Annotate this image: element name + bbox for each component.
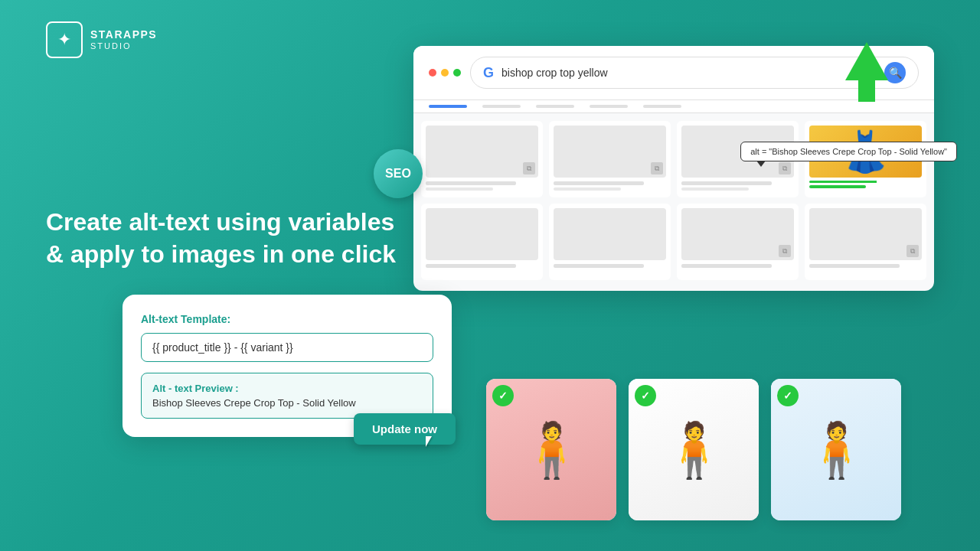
image-placeholder-1: ⧉ (426, 126, 538, 178)
hero-headline: Create alt-text using variables & apply … (46, 207, 413, 270)
tab-images[interactable] (482, 105, 521, 108)
seo-badge: SEO (374, 149, 423, 198)
image-line2-3 (681, 187, 749, 191)
preview-box: Alt - text Preview : Bishop Sleeves Crep… (141, 373, 433, 419)
check-badge-3: ✓ (777, 385, 799, 406)
image-card-7: ⧉ (677, 204, 799, 280)
image-placeholder-7: ⧉ (681, 208, 794, 260)
google-image-grid: ⧉ ⧉ ⧉ 👗 (413, 113, 934, 288)
logo-name2: STUDIO (90, 41, 157, 51)
image-line2-2 (554, 187, 621, 191)
image-placeholder-6 (554, 208, 666, 260)
image-placeholder-2: ⧉ (554, 126, 666, 178)
tab-shopping[interactable] (536, 105, 574, 108)
featured-underline (809, 181, 922, 183)
check-badge-2: ✓ (635, 385, 656, 406)
tab-news[interactable] (590, 105, 628, 108)
image-line2-1 (426, 187, 493, 191)
model-silhouette-2: 🧍 (661, 419, 727, 481)
image-flag-1: ⧉ (523, 162, 535, 174)
search-query-text: bishop crop top yellow (501, 67, 877, 79)
image-flag-2: ⧉ (651, 162, 663, 174)
image-card-8: ⧉ (805, 204, 926, 280)
image-line-8 (809, 264, 900, 268)
preview-label: Alt - text Preview : (152, 383, 422, 394)
image-card-5 (421, 204, 543, 280)
image-placeholder-8: ⧉ (809, 208, 922, 260)
update-now-button[interactable]: Update now (354, 413, 456, 445)
model-silhouette-3: 🧍 (803, 419, 870, 481)
browser-dots (429, 69, 461, 77)
model-silhouette-1: 🧍 (518, 419, 585, 481)
logo-text: STARAPPS STUDIO (90, 28, 157, 51)
image-placeholder-5 (426, 208, 538, 260)
image-line-6 (554, 264, 644, 268)
image-card-2: ⧉ (549, 121, 671, 197)
up-arrow-icon (845, 42, 888, 102)
image-line-3 (681, 181, 772, 185)
image-line-5 (426, 264, 516, 268)
alt-text-tooltip: alt = "Bishop Sleeves Crepe Crop Top - S… (740, 142, 957, 161)
google-tab-bar (413, 100, 934, 113)
logo-icon: ✦ (57, 30, 71, 50)
check-badge-1: ✓ (492, 385, 514, 406)
image-flag-3: ⧉ (779, 162, 791, 174)
image-flag-8: ⧉ (906, 245, 919, 257)
tab-more[interactable] (643, 105, 681, 108)
logo-area: ✦ STARAPPS STUDIO (46, 21, 157, 58)
cursor-icon (426, 436, 438, 453)
dot-minimize (441, 69, 449, 77)
image-card-6 (549, 204, 671, 280)
image-line-1 (426, 181, 516, 185)
preview-text: Bishop Sleeves Crepe Crop Top - Solid Ye… (152, 397, 422, 409)
product-card-3: ✓ 🧍 (771, 379, 901, 520)
google-logo: G (483, 65, 494, 81)
dot-close (429, 69, 436, 77)
logo-name1: STARAPPS (90, 28, 157, 41)
product-card-2: ✓ 🧍 (629, 379, 759, 520)
template-input[interactable] (141, 333, 433, 362)
template-label: Alt-text Template: (141, 313, 433, 325)
image-line-2 (554, 181, 644, 185)
tab-all[interactable] (429, 105, 467, 108)
logo-box: ✦ (46, 21, 83, 58)
featured-line (809, 185, 866, 188)
bottom-product-images: ✓ 🧍 ✓ 🧍 ✓ 🧍 (486, 379, 901, 520)
image-line-7 (681, 264, 772, 268)
image-card-1: ⧉ (421, 121, 543, 197)
dot-maximize (453, 69, 461, 77)
product-card-1: ✓ 🧍 (486, 379, 616, 520)
image-flag-7: ⧉ (779, 245, 791, 257)
